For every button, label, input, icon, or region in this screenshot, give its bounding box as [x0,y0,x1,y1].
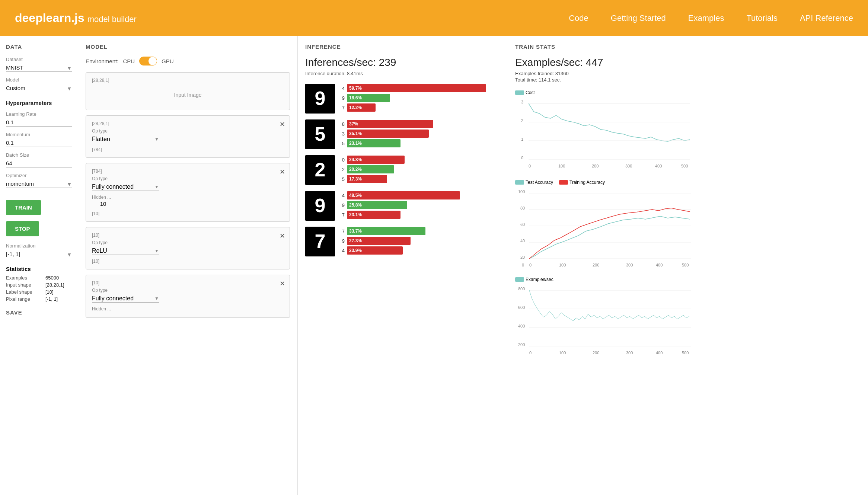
fc1-close[interactable]: ✕ [280,168,285,176]
stats-rows: Examples65000Input shape[28,28,1]Label s… [6,275,72,302]
cost-line [529,103,690,141]
data-section-title: DATA [6,44,72,50]
stats-row: Examples65000 [6,275,72,281]
examples-line [529,290,689,321]
bar-inner: 20.2% [347,165,394,173]
bar-inner: 37% [347,120,433,128]
lr-input[interactable] [6,118,72,127]
topnav: deeplearn.js model builder Code Getting … [0,0,868,36]
nav-api-reference[interactable]: API Reference [800,13,853,23]
statistics-section: Statistics Examples65000Input shape[28,2… [6,266,72,302]
inference-bars: 4 48.5% 9 25.8% 7 23.1% [339,191,498,220]
relu-close[interactable]: ✕ [280,232,285,240]
relu-op-select[interactable]: ReLU [92,247,159,255]
bar-inner: 33.7% [347,227,425,235]
nav-tutorials[interactable]: Tutorials [746,13,778,23]
chart-cost-legend: Cost [515,90,859,95]
stats-val: [10] [45,289,54,295]
bar-outer: 59.7% [347,84,498,92]
fc1-hidden-label: Hidden ... [92,195,284,200]
svg-text:400: 400 [518,324,525,328]
train-acc-swatch [559,180,568,185]
bar-row: 9 25.8% [339,201,498,209]
train-button[interactable]: TRAIN [6,200,41,215]
bar-outer: 25.8% [347,201,498,209]
inference-section-title: INFERENCE [305,44,498,50]
test-acc-line [529,216,690,259]
examples-legend-label: Examples/sec [526,277,553,282]
normalization-select[interactable]: [-1, 1] [6,250,72,258]
hyperparams-title: Hyperparameters [6,100,72,106]
svg-text:200: 200 [518,342,525,347]
fc1-op-select-wrapper: Fully connected ▼ [92,183,159,191]
dataset-select[interactable]: MNIST [6,64,72,72]
fc2-close[interactable]: ✕ [280,280,285,288]
svg-text:300: 300 [625,164,632,168]
digit-svg: 7 [307,229,333,255]
bar-label: 0 [339,157,345,163]
bar-label: 9 [339,238,345,244]
relu-op-label: Op type [92,240,284,245]
model-block-flatten: ✕ [28,28,1] Op type Flatten ▼ [784] [86,115,290,158]
main-layout: DATA Dataset MNIST ▼ Model Custom ▼ Hype… [0,36,868,495]
bar-label: 7 [339,212,345,218]
svg-text:600: 600 [518,305,525,310]
test-acc-legend-item: Test Accuracy [515,180,553,185]
env-label: Environment: [86,58,118,64]
bar-row: 7 33.7% [339,227,498,235]
fc1-op-select[interactable]: Fully connected [92,183,159,191]
momentum-label: Momentum [6,132,72,137]
fc2-dim-top: [10] [92,280,284,285]
env-toggle[interactable] [139,57,157,66]
inference-bars: 7 33.7% 9 27.3% 4 23.9% [339,227,498,256]
bar-outer: 20.2% [347,165,498,173]
bar-inner: 23.9% [347,246,403,255]
inference-rows: 9 4 59.7% 9 18.6% 7 12.2% 5 8 37% 3 35.1… [305,84,498,256]
bar-inner: 23.1% [347,139,401,147]
flatten-dim-top: [28,28,1] [92,121,284,126]
batch-size-input[interactable] [6,159,72,167]
chart-examples-container: Examples/sec 800 600 400 200 0 100 200 3… [515,277,859,359]
model-block-fc1: ✕ [784] Op type Fully connected ▼ Hidden… [86,163,290,222]
momentum-input[interactable] [6,139,72,147]
dataset-label: Dataset [6,57,72,62]
bar-label: 5 [339,141,345,146]
cost-legend-label: Cost [526,90,535,95]
svg-text:0: 0 [521,156,523,160]
environment-row: Environment: CPU GPU [86,57,290,66]
chart-examples-svg: 800 600 400 200 0 100 200 300 400 500 [515,284,694,358]
bar-outer: 12.2% [347,103,498,112]
model-select[interactable]: Custom [6,84,72,92]
bar-inner: 12.2% [347,103,376,112]
bar-outer: 23.1% [347,139,498,147]
topnav-links: Code Getting Started Examples Tutorials … [569,13,853,23]
svg-text:500: 500 [682,351,689,355]
bar-label: 4 [339,248,345,253]
nav-getting-started[interactable]: Getting Started [611,13,666,23]
flatten-close[interactable]: ✕ [280,120,285,128]
flatten-op-select[interactable]: Flatten [92,135,159,143]
bar-inner: 35.1% [347,130,429,138]
bar-inner: 59.7% [347,84,486,92]
optimizer-select[interactable]: momentum [6,180,72,188]
nav-code[interactable]: Code [569,13,588,23]
svg-text:200: 200 [593,263,599,267]
chart-accuracy-area: 100 80 60 40 20 0 0 100 200 300 400 500 [515,186,859,269]
bar-row: 5 23.1% [339,139,498,147]
relu-op-select-wrapper: ReLU ▼ [92,247,159,255]
fc1-hidden-input[interactable] [92,201,114,207]
flatten-dim-bottom: [784] [92,147,284,152]
svg-text:60: 60 [520,222,525,227]
inference-bars: 0 24.8% 2 20.2% 5 17.3% [339,156,498,185]
fc2-op-select[interactable]: Fully connected [92,294,159,303]
bar-inner: 48.5% [347,191,460,199]
svg-text:7: 7 [315,230,326,252]
bar-row: 4 23.9% [339,246,498,255]
stats-section-title: TRAIN STATS [515,44,859,50]
svg-text:20: 20 [520,255,525,259]
nav-examples[interactable]: Examples [688,13,724,23]
train-acc-legend-item: Training Accuracy [559,180,605,185]
stop-button[interactable]: STOP [6,221,39,236]
svg-text:400: 400 [655,164,662,168]
train-acc-label: Training Accuracy [569,180,605,185]
